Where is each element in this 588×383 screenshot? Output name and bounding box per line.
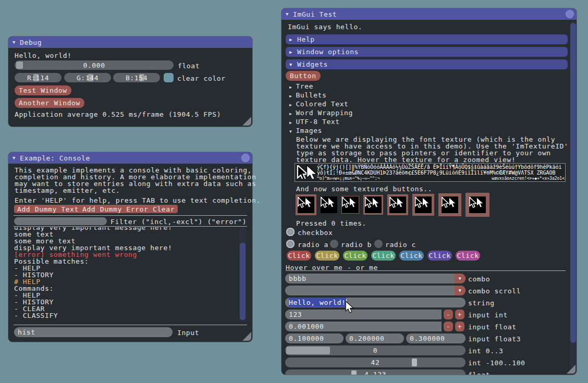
plus-button[interactable]: + [455, 322, 464, 331]
click-button-1[interactable]: Click [287, 251, 311, 261]
scrollbar-thumb[interactable] [570, 23, 576, 343]
image-button-1[interactable] [296, 194, 316, 215]
b-value: B:154 [113, 73, 160, 82]
string-input[interactable]: Hello, world! [285, 298, 466, 307]
imgui-test-window[interactable]: ▼ ImGui Test ImGui says hello. ▶ Help ▶ … [281, 8, 577, 375]
header-help[interactable]: ▶ Help [286, 34, 568, 44]
debug-window[interactable]: ▼ Debug Hello, world! 0.000 float R:114 … [8, 36, 252, 127]
chevron-down-icon: ▼ [289, 129, 292, 134]
combo-scroll-box[interactable]: ▼ [285, 286, 466, 295]
input-value: hist [18, 328, 35, 336]
tree-label: Bullets [296, 91, 326, 99]
int-input[interactable]: 123 [285, 310, 442, 319]
header-label: Help [297, 35, 315, 43]
tree-node-bullets[interactable]: ▶Bullets [289, 91, 326, 99]
g-slider[interactable]: G:144 [64, 73, 111, 82]
image-button-3[interactable] [341, 196, 359, 214]
r-slider[interactable]: R:114 [15, 73, 62, 82]
images-text-line: texture data. Hover the texture for a zo… [296, 156, 568, 163]
another-window-button[interactable]: Another Window [15, 98, 84, 108]
radio-a[interactable] [286, 240, 295, 248]
add-dummy-error-button[interactable]: Add Dummy Error [79, 205, 151, 213]
click-button-5[interactable]: Click [399, 251, 424, 261]
add-dummy-text-button[interactable]: Add Dummy Text [14, 205, 82, 213]
click-button-4[interactable]: Click [371, 251, 396, 261]
font-texture-image[interactable]: ýÇf}{ÿj()[]‖%ÝBÑòÒóóÃÂÀÀô½¼ÙúŽŠÂÉÊ/â ÈÞÏ… [295, 163, 566, 182]
float-slider-bottom[interactable]: 4.123 [285, 369, 466, 375]
int-slider-b[interactable]: 42 [285, 357, 466, 367]
console-scrollbar[interactable] [239, 227, 246, 322]
image-button-4[interactable] [363, 195, 383, 215]
header-window-options[interactable]: ▶ Window options [286, 47, 568, 57]
minus-button[interactable]: - [444, 310, 453, 319]
float-slider[interactable]: 0.000 [15, 60, 174, 70]
resize-grip[interactable] [242, 332, 251, 341]
input-label: Input [177, 329, 199, 337]
float3-input-x[interactable]: 0.100000 [285, 333, 344, 343]
hello-text: ImGui says hello. [288, 23, 362, 31]
click-button-2[interactable]: Click [315, 251, 339, 261]
radio-c[interactable] [374, 240, 383, 248]
combo-arrow-icon[interactable]: ▼ [455, 286, 466, 295]
radio-b[interactable] [330, 240, 338, 248]
int-input-label: input int [468, 311, 508, 319]
close-icon[interactable] [566, 10, 574, 18]
resize-grip[interactable] [242, 117, 251, 126]
click-button-6[interactable]: Click [427, 251, 452, 261]
image-button-7[interactable] [438, 193, 461, 216]
test-titlebar[interactable]: ▼ ImGui Test [281, 8, 577, 20]
int-slider-a[interactable]: 0 [285, 345, 466, 355]
console-window[interactable]: ▼ Example: Console This example implemen… [8, 152, 252, 342]
log-line: Commands: [14, 285, 237, 292]
radio-a-label[interactable]: radio a [298, 241, 328, 249]
minus-button[interactable]: - [444, 322, 453, 331]
test-window-button[interactable]: Test Window [15, 85, 71, 95]
image-button-5[interactable] [387, 194, 408, 215]
tree-node-word-wrapping[interactable]: ▶Word Wrapping [289, 109, 353, 117]
mouse-cursor-icon [345, 301, 354, 313]
float3-input-y[interactable]: 0.200000 [346, 333, 404, 343]
window-scrollbar[interactable] [570, 21, 577, 373]
tree-node-tree[interactable]: ▶Tree [289, 82, 313, 90]
image-button-2[interactable] [321, 196, 337, 213]
radio-c-label[interactable]: radio c [385, 241, 416, 249]
click-button-7[interactable]: Click [456, 251, 480, 261]
chevron-right-icon: ▶ [289, 37, 292, 42]
b-slider[interactable]: B:154 [113, 73, 160, 82]
image-button-6[interactable] [412, 194, 434, 216]
button-widget[interactable]: Button [286, 71, 321, 81]
console-log[interactable]: display very important message here! som… [14, 227, 237, 322]
collapse-arrow-icon[interactable]: ▼ [13, 155, 16, 160]
input-value: 123 [289, 311, 302, 318]
collapse-arrow-icon[interactable]: ▼ [13, 40, 16, 45]
chevron-right-icon: ▶ [289, 103, 292, 107]
debug-titlebar[interactable]: ▼ Debug [8, 36, 252, 48]
click-button-3[interactable]: Click [343, 251, 368, 261]
plus-button[interactable]: + [455, 310, 464, 319]
clear-button[interactable]: Clear [150, 205, 178, 213]
header-widgets[interactable]: ▼ Widgets [286, 59, 568, 69]
checkbox-label[interactable]: checkbox [298, 229, 333, 237]
tree-node-colored-text[interactable]: ▶Colored Text [289, 100, 349, 108]
filter-input[interactable] [14, 217, 107, 225]
window-title: Example: Console [20, 154, 90, 162]
scrollbar-thumb[interactable] [240, 243, 246, 320]
collapse-arrow-icon[interactable]: ▼ [286, 11, 289, 17]
tree-node-images[interactable]: ▼Images [289, 127, 322, 134]
chevron-right-icon: ▶ [289, 85, 292, 90]
combo-box[interactable]: bbbb ▼ [285, 274, 466, 283]
slider-grab[interactable] [16, 61, 23, 69]
image-button-8[interactable] [466, 193, 489, 217]
g-value: G:144 [64, 73, 111, 82]
checkbox[interactable] [286, 228, 295, 236]
chevron-down-icon: ▼ [289, 62, 292, 67]
tree-node-utf8-text[interactable]: ▶UTF-8 Text [289, 118, 340, 126]
float-input[interactable]: 0.001000 [285, 322, 442, 331]
clear-color-swatch[interactable] [164, 73, 174, 82]
radio-b-label[interactable]: radio b [341, 241, 372, 249]
float3-input-z[interactable]: 0.300000 [406, 333, 466, 343]
console-titlebar[interactable]: ▼ Example: Console [8, 152, 252, 164]
close-icon[interactable] [241, 154, 250, 162]
combo-arrow-icon[interactable]: ▼ [455, 274, 466, 283]
console-command-input[interactable]: hist [14, 327, 173, 337]
